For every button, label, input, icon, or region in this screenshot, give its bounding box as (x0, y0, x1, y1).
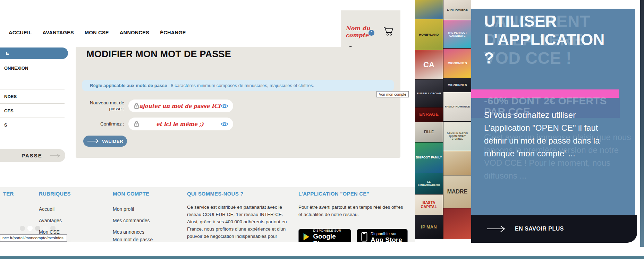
footer-contact-fragment: TER (3, 191, 14, 197)
movie-poster: CA (415, 50, 443, 79)
badge-line1: Disponible sur (371, 232, 397, 236)
arrow-right-icon (87, 139, 99, 144)
poster-title: MIGNONNES (447, 61, 468, 66)
poster-title: IP MAN (420, 224, 437, 231)
footer: TER RUBRIQUES Accueil Avantages Mon CSE … (0, 187, 415, 242)
badge-line1: DISPONIBLE SUR (313, 229, 341, 232)
sidebar-item[interactable]: CES (0, 104, 65, 118)
vod-poster-wall: HONEYLANDCARUSSELL CROWEENRAGÉFilleBIGFO… (415, 0, 471, 239)
poster-title (428, 9, 430, 10)
movie-poster: BASTA CAPITAL (415, 195, 443, 215)
footer-col-qui-sommes-nous: QUI SOMMES-NOUS ? Ce service est distrib… (187, 191, 290, 197)
sidebar-item-active[interactable]: E (0, 48, 68, 59)
lock-icon (134, 103, 139, 109)
poster-title (457, 163, 458, 164)
poster-title: FAMILY ROMANCE (444, 104, 471, 109)
movie-poster: MIGNONNES (443, 78, 471, 92)
movie-poster: L'INFIRMIÈRE (443, 0, 471, 20)
movie-poster (443, 208, 471, 239)
sidebar-item-mot-de-passe[interactable]: PASSE (0, 149, 65, 162)
rule-label: Règle applicable aux mots de passe (90, 83, 167, 88)
poster-column: HONEYLANDCARUSSELL CROWEENRAGÉFilleBIGFO… (415, 0, 443, 239)
main-nav: ACCUEIL AVANTAGES MON CSE ANNONCES ÉCHAN… (9, 30, 186, 35)
sidebar-item[interactable]: ONNEXION (0, 61, 65, 75)
eye-icon[interactable] (221, 122, 228, 127)
badge-line2: Google Play (313, 233, 336, 242)
password-annotation: ajouter un mot de passe ICI (139, 103, 221, 109)
google-play-icon (303, 232, 310, 241)
poster-title: THE PERFECT CANDIDATE (443, 31, 471, 38)
cta-label: EN SAVOIR PLUS (515, 226, 564, 232)
valider-label: VALIDER (102, 139, 124, 144)
footer-col-application: L'APPLICATION "OPEN CE" Pour être averti… (298, 191, 408, 197)
poster-title: RUSSELL CROWE (416, 91, 442, 96)
footer-col-title: L'APPLICATION "OPEN CE" (298, 191, 408, 197)
movie-poster: madre (443, 175, 471, 208)
app-store-badge[interactable]: Disponible sur App Store (357, 229, 408, 242)
footer-col-title: MON COMPTE (113, 191, 149, 197)
poster-title: DANS UN JARDIN QU'ON DIRAIT ÉTERNEL (443, 131, 471, 141)
nav-item-annonces[interactable]: ANNONCES (120, 30, 149, 35)
confirm-password-label: Confirmez : (77, 121, 124, 127)
cart-icon[interactable] (383, 26, 394, 37)
website-viewport: ACCUEIL AVANTAGES MON CSE ANNONCES ÉCHAN… (0, 0, 415, 242)
movie-poster: FAMILY ROMANCE (443, 92, 471, 121)
sidebar-item[interactable]: S (0, 118, 65, 132)
footer-link[interactable]: Avantages (39, 218, 80, 223)
new-password-input[interactable]: ajouter un mot de passe ICI (128, 100, 233, 112)
eye-icon[interactable] (221, 104, 228, 109)
password-card: MODIFIER MON MOT DE PASSE Règle applicab… (76, 47, 400, 158)
poster-title: Fille (423, 129, 434, 135)
poster-title: MIGNONNES (447, 83, 468, 87)
movie-poster: RUSSELL CROWE (415, 80, 443, 107)
carousel-dot[interactable] (27, 226, 33, 231)
sidebar-item[interactable] (0, 132, 65, 146)
footer-col-title: QUI SOMMES-NOUS ? (187, 191, 290, 197)
nav-item-mon-cse[interactable]: MON CSE (85, 30, 109, 35)
movie-poster: ENRAGÉ (415, 107, 443, 122)
movie-poster: THE PERFECT CANDIDATE (443, 20, 471, 48)
password-annotation: et ici le même ;) (139, 121, 221, 127)
page-cut-line (71, 241, 408, 241)
footer-link[interactable]: Mes commandes (113, 218, 165, 223)
movie-poster: EL EMBARCADERO (415, 173, 443, 194)
footer-link[interactable]: Mon profil (113, 206, 165, 212)
footer-about-text: Ce service est distribué en partenariat … (187, 204, 290, 242)
promo-slide-panel: LANCEMENT DE LA 1ERE VOD CCE ! UTILISER … (471, 9, 635, 215)
nav-item-avantages[interactable]: AVANTAGES (43, 30, 74, 35)
poster-title: CA (423, 60, 435, 70)
confirm-password-input[interactable]: et ici le même ;) (128, 118, 233, 130)
poster-title: BIGFOOT FAMILY (415, 155, 443, 160)
arrow-right-icon (486, 225, 506, 233)
rule-text: : 8 caractères minimum composés de minus… (167, 83, 314, 88)
sidebar-item[interactable]: NDES (0, 89, 65, 104)
movie-poster: MIGNONNES (443, 49, 471, 78)
footer-col-title: RUBRIQUES (39, 191, 71, 197)
poster-title: BASTA CAPITAL (415, 200, 443, 210)
footer-app-text: Pour être averti partout et en temps rée… (298, 204, 408, 218)
screenshot-canvas: https://adherent-snep-unsa.opence.fr/por… (0, 0, 644, 259)
carousel-dot[interactable] (20, 226, 25, 231)
promo-title: UTILISER L'APPLICATION ? (484, 12, 604, 67)
footer-link[interactable]: Accueil (39, 206, 80, 212)
footer-col-rubriques: RUBRIQUES Accueil Avantages Mon CSE (39, 191, 71, 197)
new-password-label: Nouveau mot de passe : (77, 100, 124, 112)
footer-link[interactable]: Mes annonces (113, 229, 165, 235)
chevron-up-icon[interactable]: ⌃ (368, 30, 374, 36)
valider-button[interactable]: VALIDER (83, 136, 127, 147)
lock-icon (134, 121, 139, 127)
movie-poster (443, 151, 471, 175)
poster-title: L'INFIRMIÈRE (446, 7, 468, 12)
footer-link[interactable]: Mon CSE (39, 229, 80, 235)
nav-item-echange[interactable]: ÉCHANGE (160, 30, 186, 35)
footer-col-mon-compte: MON COMPTE Mon profil Mes commandes Mes … (113, 191, 149, 197)
sidebar-item[interactable] (0, 75, 65, 89)
movie-poster: IP MAN (415, 215, 443, 239)
movie-poster: Fille (415, 122, 443, 142)
google-play-badge[interactable]: DISPONIBLE SUR Google Play (298, 229, 351, 242)
en-savoir-plus-button[interactable]: EN SAVOIR PLUS (471, 215, 637, 243)
movie-poster: HONEYLAND (415, 19, 443, 50)
password-rule-banner: Règle applicable aux mots de passe : 8 c… (82, 80, 394, 91)
nav-item-accueil[interactable]: ACCUEIL (9, 30, 32, 35)
page-title: MODIFIER MON MOT DE PASSE (86, 49, 231, 60)
